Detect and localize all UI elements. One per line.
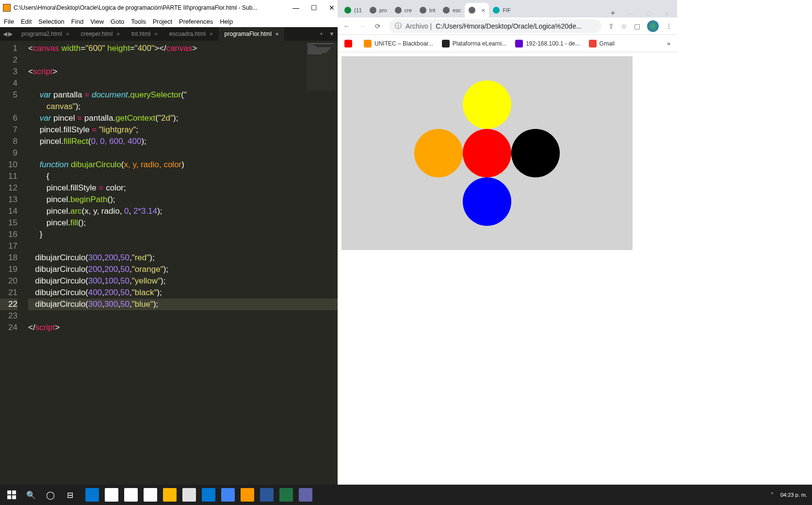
code-line[interactable]: dibujarCirculo(300,100,50,"yellow");	[28, 275, 338, 287]
browser-tab[interactable]: cre	[391, 3, 416, 17]
menu-icon[interactable]: ⋮	[666, 22, 672, 30]
code-line[interactable]: pincel.beginPath();	[28, 194, 338, 205]
code-line[interactable]	[28, 78, 338, 89]
editor-tab[interactable]: tnt.html×	[126, 27, 163, 41]
menu-tools[interactable]: Tools	[131, 18, 146, 25]
tab-close-icon[interactable]: ✕	[481, 8, 485, 13]
menu-goto[interactable]: Goto	[111, 18, 124, 25]
reload-button[interactable]: ⟳	[374, 22, 382, 30]
code-line[interactable]: pincel.fill();	[28, 217, 338, 229]
tray-chevron-icon[interactable]: ˄	[771, 492, 774, 498]
code-line[interactable]: var pincel = pantalla.getContext("2d");	[28, 112, 338, 124]
menu-view[interactable]: View	[90, 18, 104, 25]
browser-tab[interactable]: ✕	[465, 3, 489, 17]
code-line[interactable]: function dibujarCirculo(x, y, radio, col…	[28, 159, 338, 171]
code-line[interactable]: var pantalla = document.querySelector(" …	[28, 89, 338, 112]
share-icon[interactable]: ⇪	[608, 22, 614, 30]
menu-find[interactable]: Find	[71, 18, 83, 25]
taskbar-app-icon[interactable]	[202, 488, 215, 502]
menu-edit[interactable]: Edit	[21, 18, 32, 25]
line-number[interactable]: 17	[0, 240, 17, 252]
code-line[interactable]: pincel.fillRect(0, 0, 600, 400);	[28, 136, 338, 147]
close-button[interactable]: ✕	[329, 4, 335, 12]
menu-selection[interactable]: Selection	[38, 18, 64, 25]
code-line[interactable]	[28, 310, 338, 322]
omnibox[interactable]: ⓘ Archivo | C:/Users/Hmora/Desktop/Oracl…	[389, 19, 601, 33]
code-line[interactable]: {	[28, 171, 338, 182]
browser-tab[interactable]: pro	[366, 3, 391, 17]
code-line[interactable]: dibujarCirculo(300,300,50,"blue");	[28, 299, 338, 310]
nav-back-icon[interactable]: ◀	[3, 31, 7, 37]
menu-project[interactable]: Project	[153, 18, 172, 25]
browser-tab[interactable]: FIF	[489, 3, 515, 17]
line-number[interactable]: 24	[0, 322, 17, 333]
new-tab-button[interactable]: +	[317, 31, 326, 37]
taskbar-app-icon[interactable]	[241, 488, 254, 502]
bookmark-item[interactable]	[344, 40, 355, 47]
editor-tab[interactable]: programa2.html×	[16, 27, 75, 41]
line-number[interactable]: 21	[0, 287, 17, 299]
line-number[interactable]: 6	[0, 112, 17, 124]
line-number[interactable]: 20	[0, 275, 17, 287]
taskbar-app-icon[interactable]	[279, 488, 293, 502]
bookmarks-overflow-icon[interactable]: »	[667, 40, 670, 47]
line-number[interactable]: 23	[0, 310, 17, 322]
editor-tab[interactable]: programaFlor.html×	[219, 27, 285, 41]
sublime-titlebar[interactable]: C:\Users\Hmora\Desktop\Oracle\Logica de …	[0, 0, 338, 16]
chrome-max-icon[interactable]: ☐	[646, 10, 651, 17]
maximize-button[interactable]: ☐	[311, 4, 317, 12]
code-line[interactable]: pincel.fillStyle = color;	[28, 182, 338, 194]
star-icon[interactable]: ☆	[621, 22, 627, 30]
clock[interactable]: 04:23 p. m.	[780, 492, 807, 498]
code-line[interactable]: </script>	[28, 322, 338, 333]
line-number[interactable]: 14	[0, 205, 17, 217]
line-number[interactable]: 4	[0, 78, 17, 89]
code-line[interactable]: dibujarCirculo(400,200,50,"black");	[28, 287, 338, 299]
line-number[interactable]: 13	[0, 194, 17, 205]
minimap[interactable]	[307, 43, 336, 91]
taskbar-app-icon[interactable]	[105, 488, 118, 502]
code-line[interactable]: <script>	[28, 66, 338, 78]
bookmark-item[interactable]: Plataforma eLearni...	[442, 40, 506, 47]
browser-tab[interactable]: esc	[439, 3, 465, 17]
info-icon[interactable]: ⓘ	[395, 22, 402, 31]
cortana-icon[interactable]: ◯	[44, 488, 57, 502]
code-line[interactable]	[28, 240, 338, 252]
line-number[interactable]: 5	[0, 89, 17, 112]
taskbar-app-icon[interactable]	[163, 488, 177, 502]
menu-help[interactable]: Help	[220, 18, 233, 25]
bookmark-item[interactable]: Gmail	[589, 40, 615, 47]
forward-button[interactable]: →	[358, 22, 367, 30]
code-line[interactable]: }	[28, 229, 338, 240]
line-number[interactable]: 11	[0, 171, 17, 182]
line-number[interactable]: 9	[0, 147, 17, 159]
sidepanel-icon[interactable]: ▢	[634, 22, 640, 30]
taskbar-app-icon[interactable]	[221, 488, 235, 502]
line-number[interactable]: 7	[0, 124, 17, 136]
taskbar-app-icon[interactable]	[182, 488, 196, 502]
line-number[interactable]: 12	[0, 182, 17, 194]
line-number[interactable]: 8	[0, 136, 17, 147]
bookmark-item[interactable]: 192-168.100.1 - de...	[515, 40, 580, 47]
back-button[interactable]: ←	[342, 22, 351, 30]
line-number[interactable]: 3	[0, 66, 17, 78]
start-button[interactable]	[5, 488, 18, 502]
code-line[interactable]: pincel.arc(x, y, radio, 0, 2*3.14);	[28, 205, 338, 217]
tab-dropdown-icon[interactable]: ▼	[326, 31, 338, 37]
nav-forward-icon[interactable]: ▶	[8, 31, 13, 37]
minimize-button[interactable]: —	[292, 4, 299, 12]
tab-close-icon[interactable]: ×	[66, 31, 69, 37]
taskbar-app-icon[interactable]	[144, 488, 157, 502]
search-icon[interactable]: 🔍	[24, 488, 38, 502]
browser-tab[interactable]: tnt	[416, 3, 439, 17]
tab-close-icon[interactable]: ×	[117, 31, 120, 37]
code-line[interactable]	[28, 54, 338, 66]
task-view-icon[interactable]: ⊟	[63, 488, 77, 502]
browser-tab[interactable]: (11	[341, 3, 366, 17]
tab-close-icon[interactable]: ×	[276, 31, 278, 37]
taskbar-app-icon[interactable]	[260, 488, 274, 502]
code-line[interactable]: dibujarCirculo(200,200,50,"orange");	[28, 264, 338, 275]
line-number[interactable]: 10	[0, 159, 17, 171]
code-line[interactable]	[28, 147, 338, 159]
bookmark-item[interactable]: UNITEC – Blackboar...	[364, 40, 433, 47]
